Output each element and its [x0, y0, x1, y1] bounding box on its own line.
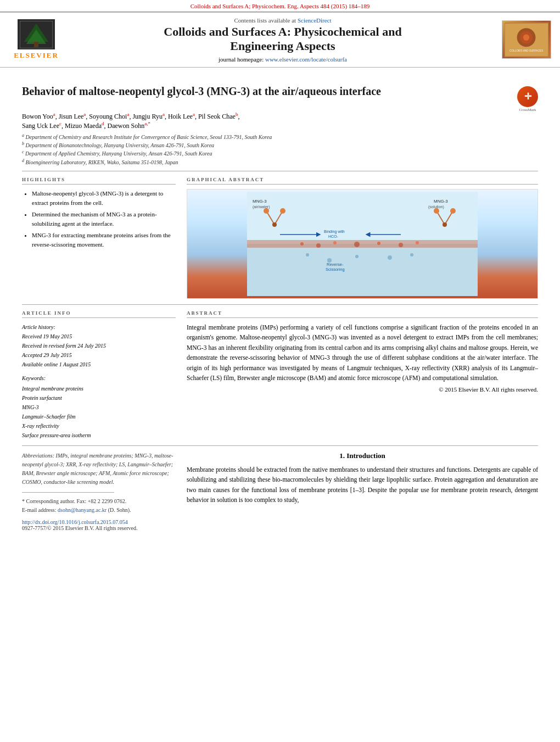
svg-text:COLLOIDS AND SURFACES: COLLOIDS AND SURFACES [509, 49, 543, 52]
highlights-label: HIGHLIGHTS [22, 177, 176, 185]
highlight-item-1: Maltose-neopentyl glycol-3 (MNG-3) is a … [32, 189, 176, 207]
journal-header: ELSEVIER Contents lists available at Sci… [0, 12, 560, 68]
crossmark-icon: ✛ [517, 86, 538, 107]
svg-point-38 [377, 242, 380, 245]
svg-point-31 [443, 222, 447, 227]
svg-text:MNG-3: MNG-3 [253, 199, 267, 204]
svg-point-27 [264, 208, 269, 214]
graphical-abstract-panel: GRAPHICAL ABSTRACT MNG-3 (air/water) MNG… [187, 177, 538, 299]
svg-point-36 [333, 241, 337, 244]
svg-point-41 [306, 253, 309, 256]
email-label: E-mail address: [22, 507, 56, 513]
svg-point-35 [316, 243, 321, 248]
journal-center-info: Contents lists available at ScienceDirec… [69, 17, 496, 63]
received-date: Received 19 May 2015 [22, 332, 176, 341]
svg-text:HCO-: HCO- [328, 235, 339, 238]
journal-title-line2: Engineering Aspects [230, 39, 335, 53]
svg-point-44 [388, 255, 392, 260]
abstract-label: ABSTRACT [187, 310, 538, 318]
doi-section: http://dx.doi.org/10.1016/j.colsurfa.201… [22, 519, 176, 531]
tree-icon [18, 19, 55, 49]
article-title: Behavior of maltose-neopentyl glycol-3 (… [22, 84, 512, 98]
issn-text: 0927-7757/© 2015 Elsevier B.V. All right… [22, 525, 137, 531]
affiliation-c: c Department of Applied Chemistry, Hanya… [22, 149, 538, 157]
citation-text: Colloids and Surfaces A; Physicochem. En… [191, 3, 370, 9]
abstract-panel: ABSTRACT Integral membrane proteins (IMP… [187, 310, 538, 440]
svg-point-39 [399, 243, 403, 247]
sciencedirect-link[interactable]: ScienceDirect [298, 17, 332, 24]
graphical-abstract-image: MNG-3 (air/water) MNG-3 (solution) Bindi… [187, 189, 538, 299]
svg-point-42 [327, 258, 332, 263]
svg-text:Reverse-: Reverse- [327, 262, 344, 267]
affiliation-b: b Department of Bionanotechnology, Hanya… [22, 141, 538, 148]
article-info-panel: ARTICLE INFO Article history: Received 1… [22, 310, 176, 440]
homepage-line: journal homepage: www.elsevier.com/locat… [69, 56, 496, 63]
journal-title-line1: Colloids and Surfaces A: Physicochemical… [164, 25, 401, 38]
svg-rect-12 [247, 244, 478, 296]
highlight-item-2: Determined the mechanism of MNG-3 as a p… [32, 210, 176, 228]
keywords-label: Keywords: [22, 373, 176, 383]
svg-point-34 [300, 242, 304, 246]
svg-point-26 [272, 222, 277, 227]
paper-content: Behavior of maltose-neopentyl glycol-3 (… [0, 68, 560, 537]
journal-citation-bar: Colloids and Surfaces A; Physicochem. En… [0, 0, 560, 12]
intro-right-panel: 1. Introduction Membrane proteins should… [187, 451, 538, 531]
article-info-label: ARTICLE INFO [22, 310, 176, 318]
svg-point-37 [354, 242, 360, 247]
affiliations: a Department of Chemistry and Research I… [22, 133, 538, 165]
keyword-1: Integral membrane proteins [22, 384, 176, 393]
svg-text:Binding with: Binding with [324, 230, 345, 234]
keyword-5: X-ray reflectivity [22, 421, 176, 431]
elsevier-logo: ELSEVIER [9, 19, 64, 60]
svg-point-40 [416, 241, 419, 244]
authors-line: Bowon Yooa, Jisun Leea, Soyoung Choia, J… [22, 111, 538, 130]
journal-title: Colloids and Surfaces A: Physicochemical… [69, 25, 496, 54]
sciencedirect-line: Contents lists available at ScienceDirec… [69, 17, 496, 24]
keyword-3: MNG-3 [22, 403, 176, 412]
crossmark-badge: ✛ CrossMark [517, 86, 538, 107]
introduction-section: Abbreviations: IMPs, integral membrane p… [22, 451, 538, 531]
intro-heading-line: 1. Introduction [187, 451, 538, 460]
svg-point-28 [280, 208, 285, 214]
highlight-item-3: MNG-3 for extracting membrane proteins a… [32, 231, 176, 249]
svg-point-33 [450, 208, 456, 214]
keyword-4: Langmuir–Schaefer film [22, 412, 176, 421]
svg-rect-3 [34, 42, 38, 47]
intro-number: 1. [339, 451, 345, 460]
highlights-graphical-section: HIGHLIGHTS Maltose-neopentyl glycol-3 (M… [22, 177, 538, 299]
svg-point-45 [410, 253, 413, 256]
email-name: (D. Sohn). [108, 507, 131, 513]
asterisk: * [22, 498, 26, 504]
svg-rect-13 [247, 240, 478, 248]
doi-link[interactable]: http://dx.doi.org/10.1016/j.colsurfa.201… [22, 519, 176, 525]
corresponding-author-note: * Corresponding author. Fax: +82 2 2299 … [22, 497, 176, 515]
accepted-date: Accepted 29 July 2015 [22, 350, 176, 360]
article-info-abstract-section: ARTICLE INFO Article history: Received 1… [22, 310, 538, 440]
contents-prefix: Contents lists available at [234, 17, 297, 24]
keywords-section: Keywords: Integral membrane proteins Pro… [22, 373, 176, 440]
available-date: Available online 1 August 2015 [22, 360, 176, 369]
email-link[interactable]: dsohn@hanyang.ac.kr [58, 507, 107, 513]
abstract-copyright: © 2015 Elsevier B.V. All rights reserved… [187, 386, 538, 393]
intro-title: Introduction [346, 451, 385, 460]
abstract-text: Integral membrane proteins (IMPs) perfor… [187, 322, 538, 383]
abbreviations-text: Abbreviations: IMPs, integral membrane p… [22, 451, 176, 487]
divider-1 [22, 171, 538, 171]
svg-point-9 [523, 35, 529, 41]
article-history: Article history: Received 19 May 2015 Re… [22, 322, 176, 369]
highlights-panel: HIGHLIGHTS Maltose-neopentyl glycol-3 (M… [22, 177, 176, 299]
article-title-section: Behavior of maltose-neopentyl glycol-3 (… [22, 84, 538, 107]
history-label: Article history: [22, 322, 176, 332]
intro-left-panel: Abbreviations: IMPs, integral membrane p… [22, 451, 176, 531]
svg-point-43 [355, 255, 359, 258]
affiliation-a: a Department of Chemistry and Research I… [22, 133, 538, 140]
svg-text:Scissoring: Scissoring [326, 267, 345, 272]
elsevier-brand-label: ELSEVIER [14, 51, 59, 60]
footnote-divider [22, 492, 114, 493]
keyword-2: Protein surfactant [22, 393, 176, 403]
highlights-list: Maltose-neopentyl glycol-3 (MNG-3) is a … [22, 189, 176, 249]
svg-point-32 [434, 208, 439, 214]
homepage-link[interactable]: www.elsevier.com/locate/colsurfa [265, 56, 347, 63]
corresponding-text: Corresponding author. Fax: +82 2 2299 07… [26, 498, 127, 504]
graphical-abstract-label: GRAPHICAL ABSTRACT [187, 177, 538, 185]
